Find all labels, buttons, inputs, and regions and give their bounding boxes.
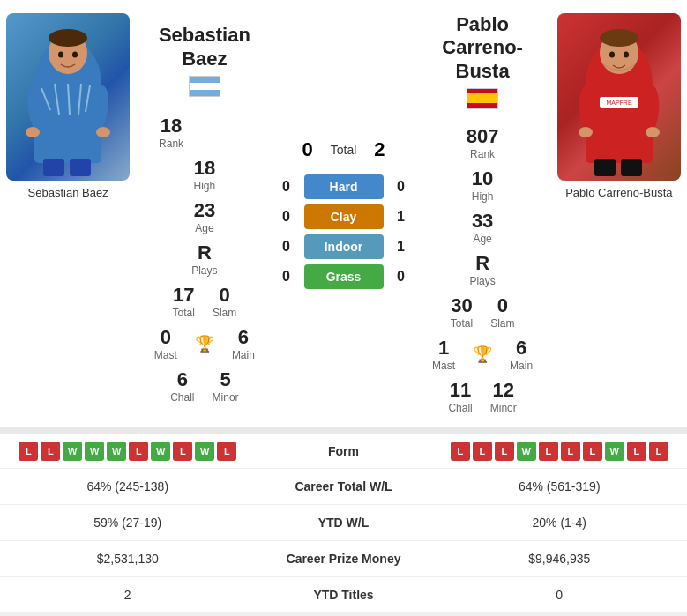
svg-point-15 (58, 52, 63, 58)
left-mast-main: 0 Mast 🏆 6 Main (154, 326, 255, 361)
right-form-badges: L L L W L L L W L L (441, 442, 679, 461)
left-age: 23 Age (145, 199, 264, 234)
left-main: 6 Main (232, 326, 255, 361)
left-stats-panel: Sebastian Baez 18 Rank 18 High 23 Age (136, 9, 273, 419)
ytd-titles-row: 2 YTD Titles 0 (0, 577, 687, 613)
total-row: 0 Total 2 (302, 138, 385, 161)
left-form-3: W (63, 442, 82, 461)
right-total: 30 Total (451, 294, 473, 330)
total-score-right: 2 (374, 138, 385, 161)
left-prize-money: $2,531,130 (9, 552, 247, 566)
left-flag-icon (189, 76, 220, 97)
ytd-wl-label: YTD W/L (247, 516, 441, 530)
right-career-total: 64% (561-319) (441, 479, 679, 494)
total-label: Total (331, 143, 357, 157)
surface-indoor-btn[interactable]: Indoor (304, 234, 384, 259)
right-chall-minor: 11 Chall 12 Minor (448, 379, 516, 414)
form-row: L L W W W L W L W L Form L L L W L L L W (0, 434, 687, 469)
left-plays: R Plays (145, 241, 264, 277)
right-slam: 0 Slam (490, 294, 514, 330)
svg-rect-28 (621, 159, 642, 176)
left-ytd-titles: 2 (9, 588, 247, 602)
svg-point-11 (26, 127, 40, 137)
ytd-wl-row: 59% (27-19) YTD W/L 20% (1-4) (0, 505, 687, 541)
top-section: Sebastian Baez Sebastian Baez 18 Rank 18… (0, 0, 687, 427)
left-high: 18 High (145, 157, 264, 192)
center-panel: 0 Total 2 0 Hard 0 0 Clay 1 0 Indoor (273, 9, 414, 419)
right-form-7: L (583, 442, 602, 461)
right-form-6: L (561, 442, 580, 461)
right-form-9: L (627, 442, 646, 461)
right-player-svg: MAPFRE (557, 13, 681, 181)
left-form-9: W (195, 442, 214, 461)
svg-point-29 (609, 52, 615, 58)
left-form-7: W (151, 442, 170, 461)
svg-point-30 (624, 52, 629, 58)
career-total-row: 64% (245-138) Career Total W/L 64% (561-… (0, 469, 687, 505)
right-stats-panel: Pablo Carreno-Busta 807 Rank 10 High (414, 9, 551, 419)
bottom-section: L L W W W L W L W L Form L L L W L L L W (0, 434, 687, 613)
right-form-10: L (649, 442, 668, 461)
main-container: Sebastian Baez Sebastian Baez 18 Rank 18… (0, 0, 687, 613)
left-form-10: L (217, 442, 236, 461)
svg-point-25 (579, 127, 593, 137)
surface-grass-btn[interactable]: Grass (304, 264, 384, 289)
left-form-8: L (173, 442, 192, 461)
right-form-8: W (605, 442, 624, 461)
right-form-2: L (473, 442, 492, 461)
right-form-3: L (495, 442, 514, 461)
career-total-label: Career Total W/L (247, 479, 441, 494)
svg-point-16 (72, 52, 78, 58)
right-flag (467, 88, 498, 113)
surface-row-indoor: 0 Indoor 1 (278, 234, 410, 259)
left-player-name: Sebastian Baez (145, 24, 264, 71)
left-minor: 5 Minor (213, 368, 239, 404)
right-minor: 12 Minor (490, 379, 517, 414)
left-total: 17 Total (173, 284, 195, 319)
surface-row-grass: 0 Grass 0 (278, 264, 410, 289)
right-ytd-titles: 0 (441, 588, 679, 602)
surface-hard-btn[interactable]: Hard (304, 174, 384, 199)
right-total-slam: 30 Total 0 Slam (451, 294, 515, 330)
right-player-caption: Pablo Carreno-Busta (565, 186, 672, 199)
left-rank: 18 Rank (145, 115, 198, 150)
left-player-svg (6, 13, 130, 181)
prize-money-label: Career Prize Money (247, 552, 441, 566)
right-player-photo-area: MAPFRE Pablo (551, 9, 687, 419)
total-score-left: 0 (302, 138, 312, 161)
svg-point-12 (96, 127, 110, 137)
right-ytd-wl: 20% (1-4) (441, 516, 679, 530)
svg-text:MAPFRE: MAPFRE (606, 100, 632, 106)
left-form-2: L (41, 442, 60, 461)
svg-rect-13 (43, 159, 64, 176)
left-flag (189, 76, 220, 100)
right-chall: 11 Chall (448, 379, 472, 414)
left-total-slam: 17 Total 0 Slam (173, 284, 237, 319)
left-mast: 0 Mast (154, 326, 177, 361)
right-age: 33 Age (472, 210, 493, 245)
left-career-total: 64% (245-138) (9, 479, 247, 494)
right-plays: R Plays (469, 252, 495, 287)
right-player-name: Pablo Carreno-Busta (423, 13, 542, 83)
ytd-titles-label: YTD Titles (247, 588, 441, 602)
surface-row-hard: 0 Hard 0 (278, 174, 410, 199)
left-player-photo (6, 13, 130, 181)
left-player-caption: Sebastian Baez (28, 186, 108, 199)
left-form-badges: L L W W W L W L W L (9, 442, 247, 461)
svg-point-26 (646, 127, 660, 137)
left-stats-grid: 18 Rank 18 High 23 Age R Plays (145, 115, 264, 277)
left-ytd-wl: 59% (27-19) (9, 516, 247, 530)
left-form-4: W (85, 442, 104, 461)
left-chall-minor: 6 Chall 5 Minor (170, 368, 238, 404)
right-form-5: L (539, 442, 558, 461)
form-label: Form (247, 444, 441, 458)
right-main: 6 Main (510, 337, 533, 372)
right-form-4: W (517, 442, 536, 461)
surface-clay-btn[interactable]: Clay (304, 204, 384, 229)
svg-rect-27 (594, 159, 616, 176)
svg-point-20 (600, 29, 638, 47)
left-chall: 6 Chall (170, 368, 194, 404)
svg-point-3 (49, 29, 87, 47)
prize-money-row: $2,531,130 Career Prize Money $9,946,935 (0, 541, 687, 577)
left-slam: 0 Slam (213, 284, 236, 319)
